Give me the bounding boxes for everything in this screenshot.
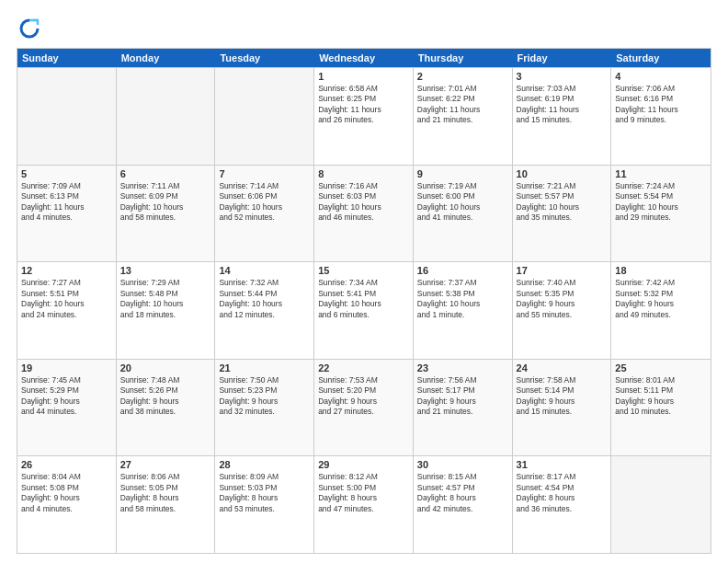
cal-cell: 12Sunrise: 7:27 AMSunset: 5:51 PMDayligh…	[17, 262, 117, 359]
cell-line: and 4 minutes.	[21, 504, 112, 514]
cell-line: Sunset: 6:16 PM	[615, 94, 707, 104]
day-number: 4	[615, 71, 707, 82]
day-number: 17	[517, 265, 608, 276]
cell-line: Daylight: 10 hours	[417, 202, 508, 213]
cal-cell: 29Sunrise: 8:12 AMSunset: 5:00 PMDayligh…	[314, 456, 414, 553]
cal-week-3: 12Sunrise: 7:27 AMSunset: 5:51 PMDayligh…	[17, 261, 711, 359]
cell-line: Daylight: 9 hours	[417, 396, 508, 407]
cell-line: and 4 minutes.	[21, 213, 112, 223]
cell-line: Sunrise: 7:56 AM	[417, 375, 508, 385]
page: SundayMondayTuesdayWednesdayThursdayFrid…	[0, 0, 728, 563]
day-number: 20	[120, 362, 211, 373]
day-number: 16	[417, 265, 508, 276]
day-number: 21	[219, 362, 310, 373]
cell-line: and 38 minutes.	[120, 407, 211, 417]
cell-line: Daylight: 10 hours	[615, 202, 707, 213]
cal-cell	[215, 68, 314, 165]
cal-cell: 8Sunrise: 7:16 AMSunset: 6:03 PMDaylight…	[314, 166, 414, 262]
cal-cell: 5Sunrise: 7:09 AMSunset: 6:13 PMDaylight…	[17, 166, 117, 262]
cell-line: and 1 minute.	[417, 310, 508, 320]
cell-line: Daylight: 9 hours	[21, 396, 112, 407]
cell-line: Daylight: 9 hours	[615, 299, 707, 309]
calendar-body: 1Sunrise: 6:58 AMSunset: 6:25 PMDaylight…	[17, 67, 711, 553]
cell-line: Sunset: 5:11 PM	[615, 385, 707, 396]
day-number: 5	[21, 168, 112, 179]
cell-line: Daylight: 9 hours	[517, 299, 608, 309]
day-number: 3	[517, 71, 608, 82]
cell-line: Sunset: 5:54 PM	[615, 191, 707, 201]
cell-line: Daylight: 11 hours	[21, 202, 112, 213]
cell-line: Sunrise: 7:50 AM	[219, 375, 310, 385]
cell-line: Sunrise: 7:01 AM	[417, 84, 508, 94]
cal-week-4: 19Sunrise: 7:45 AMSunset: 5:29 PMDayligh…	[17, 359, 711, 456]
cell-line: Sunset: 5:08 PM	[21, 483, 112, 493]
logo	[17, 17, 46, 42]
cell-line: and 10 minutes.	[615, 407, 707, 417]
cell-line: and 27 minutes.	[318, 407, 409, 417]
cell-line: Sunset: 5:29 PM	[21, 385, 112, 396]
cell-line: Sunset: 6:06 PM	[219, 191, 310, 201]
cell-line: and 58 minutes.	[120, 504, 211, 514]
day-number: 31	[517, 459, 608, 470]
cell-line: Sunrise: 7:19 AM	[417, 181, 508, 191]
cell-line: and 53 minutes.	[219, 504, 310, 514]
cell-line: Sunrise: 7:58 AM	[517, 375, 608, 385]
cal-cell: 26Sunrise: 8:04 AMSunset: 5:08 PMDayligh…	[17, 456, 117, 553]
cal-cell: 10Sunrise: 7:21 AMSunset: 5:57 PMDayligh…	[513, 166, 612, 262]
day-number: 23	[417, 362, 508, 373]
cell-line: Sunset: 6:13 PM	[21, 191, 112, 201]
cell-line: Sunrise: 7:09 AM	[21, 181, 112, 191]
day-number: 22	[318, 362, 409, 373]
cell-line: Sunset: 4:57 PM	[417, 483, 508, 493]
cell-line: Sunrise: 7:29 AM	[120, 278, 211, 288]
cal-cell: 28Sunrise: 8:09 AMSunset: 5:03 PMDayligh…	[215, 456, 314, 553]
cell-line: Daylight: 10 hours	[318, 299, 409, 309]
cell-line: Sunset: 6:25 PM	[318, 94, 409, 104]
day-number: 1	[318, 71, 409, 82]
cell-line: Sunrise: 6:58 AM	[318, 84, 409, 94]
cell-line: Sunrise: 7:45 AM	[21, 375, 112, 385]
cell-line: Daylight: 9 hours	[615, 396, 707, 407]
cell-line: Sunset: 5:38 PM	[417, 289, 508, 299]
day-number: 27	[120, 459, 211, 470]
day-number: 2	[417, 71, 508, 82]
cal-cell: 27Sunrise: 8:06 AMSunset: 5:05 PMDayligh…	[117, 456, 216, 553]
cal-cell: 11Sunrise: 7:24 AMSunset: 5:54 PMDayligh…	[611, 166, 711, 262]
cal-cell: 31Sunrise: 8:17 AMSunset: 4:54 PMDayligh…	[513, 456, 612, 553]
cell-line: Daylight: 8 hours	[517, 493, 608, 503]
cell-line: and 42 minutes.	[417, 504, 508, 514]
cell-line: and 46 minutes.	[318, 213, 409, 223]
day-number: 11	[615, 168, 707, 179]
cell-line: Sunrise: 8:17 AM	[517, 472, 608, 482]
cal-cell	[17, 68, 117, 165]
cal-header-wednesday: Wednesday	[314, 49, 414, 67]
cell-line: Sunrise: 7:06 AM	[615, 84, 707, 94]
cell-line: Sunrise: 7:24 AM	[615, 181, 707, 191]
cell-line: Sunset: 5:03 PM	[219, 483, 310, 493]
cell-line: Sunrise: 7:14 AM	[219, 181, 310, 191]
day-number: 6	[120, 168, 211, 179]
day-number: 24	[517, 362, 608, 373]
cell-line: Sunrise: 7:53 AM	[318, 375, 409, 385]
cell-line: Sunset: 5:48 PM	[120, 289, 211, 299]
day-number: 8	[318, 168, 409, 179]
cell-line: Sunset: 5:14 PM	[517, 385, 608, 396]
cell-line: Daylight: 9 hours	[120, 396, 211, 407]
cell-line: Daylight: 8 hours	[120, 493, 211, 503]
cell-line: Sunrise: 7:37 AM	[417, 278, 508, 288]
cal-cell: 7Sunrise: 7:14 AMSunset: 6:06 PMDaylight…	[215, 166, 314, 262]
day-number: 10	[517, 168, 608, 179]
cal-header-tuesday: Tuesday	[215, 49, 314, 67]
cell-line: Sunset: 5:00 PM	[318, 483, 409, 493]
cell-line: Daylight: 9 hours	[517, 396, 608, 407]
cell-line: Daylight: 10 hours	[120, 202, 211, 213]
cell-line: Daylight: 11 hours	[417, 105, 508, 115]
cell-line: Daylight: 11 hours	[318, 105, 409, 115]
cell-line: and 12 minutes.	[219, 310, 310, 320]
cal-cell: 21Sunrise: 7:50 AMSunset: 5:23 PMDayligh…	[215, 360, 314, 456]
cal-cell: 20Sunrise: 7:48 AMSunset: 5:26 PMDayligh…	[117, 360, 216, 456]
day-number: 13	[120, 265, 211, 276]
cal-cell: 19Sunrise: 7:45 AMSunset: 5:29 PMDayligh…	[17, 360, 117, 456]
cell-line: and 32 minutes.	[219, 407, 310, 417]
cal-header-monday: Monday	[117, 49, 216, 67]
